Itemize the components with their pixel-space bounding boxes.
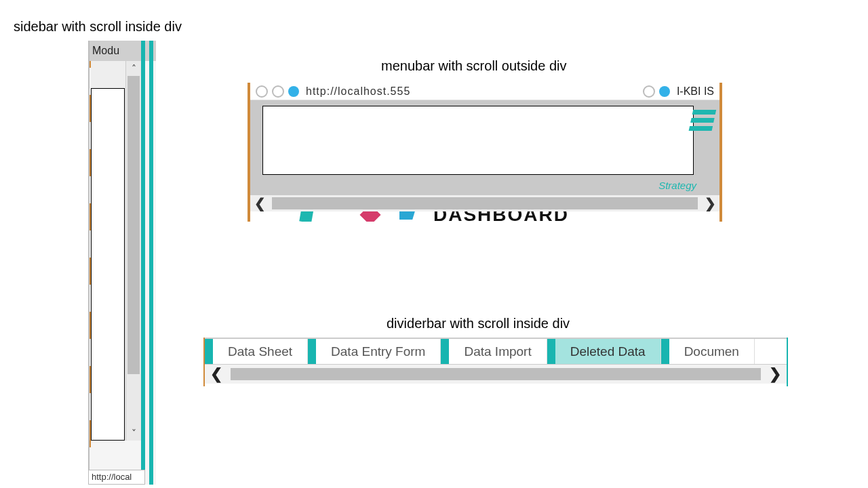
sidebar-header: Modu (90, 41, 156, 61)
sidebar-teal-stripe-2 (149, 41, 153, 485)
caption-sidebar: sidebar with scroll inside div (14, 19, 182, 35)
browser-tab-title[interactable]: I-KBI IS (677, 85, 714, 98)
scroll-left-icon[interactable]: ❮ (205, 365, 228, 383)
tab-separator (205, 339, 213, 364)
scroll-right-icon[interactable]: ❯ (764, 365, 787, 383)
tab-documents[interactable]: Documen (669, 339, 755, 364)
logo-mark-2 (359, 211, 380, 222)
hamburger-icon[interactable] (689, 110, 716, 130)
tab-separator (661, 339, 669, 364)
dividerbar-scrollbar[interactable]: ❮ ❯ (205, 365, 787, 384)
sidebar-example: Modu ˄ ˅ http://local (88, 41, 156, 485)
browser-url[interactable]: http://localhost.555 (306, 85, 639, 98)
scroll-thumb[interactable] (127, 76, 140, 374)
scroll-track[interactable] (231, 368, 761, 380)
reload-icon[interactable] (643, 85, 655, 98)
tab-deleted-data[interactable]: Deleted Data (555, 339, 661, 364)
logo-mark-3 (399, 211, 416, 220)
sidebar-teal-stripe (141, 41, 145, 485)
scroll-up-icon[interactable]: ˄ (126, 61, 141, 76)
sidebar-header-text: Modu (90, 45, 119, 56)
scroll-right-icon[interactable]: ❯ (701, 195, 719, 211)
tab-separator (308, 339, 316, 364)
nav-forward-icon[interactable] (272, 85, 284, 98)
scroll-left-icon[interactable]: ❮ (250, 195, 269, 211)
menubar-scrollbar[interactable]: ❮ ❯ (250, 195, 719, 211)
scroll-down-icon[interactable]: ˅ (126, 426, 141, 441)
logo-mark-1 (299, 211, 314, 222)
globe-icon (288, 86, 299, 97)
tab-separator (441, 339, 449, 364)
dashboard-heading: DASHBOARD (250, 211, 719, 222)
menubar-box (262, 106, 694, 175)
caption-dividerbar: dividerbar with scroll inside div (387, 316, 570, 331)
dashboard-heading-text: DASHBOARD (433, 211, 569, 222)
menubar-example: http://localhost.555 I-KBI IS Strategy ❮… (248, 83, 722, 222)
dividerbar-example: Data Sheet Data Entry Form Data Import D… (203, 338, 788, 386)
status-bar: http://local (88, 470, 145, 485)
tab-globe-icon (659, 86, 670, 97)
caption-menubar: menubar with scroll outside div (381, 58, 566, 74)
dividerbar-tabs: Data Sheet Data Entry Form Data Import D… (205, 338, 787, 365)
menubar-caption: Strategy (658, 180, 696, 191)
sidebar-content (91, 61, 126, 441)
sidebar-box (91, 88, 125, 441)
tab-data-sheet[interactable]: Data Sheet (213, 339, 308, 364)
scroll-track[interactable] (272, 197, 698, 209)
sidebar-scrollbar[interactable]: ˄ ˅ (126, 61, 141, 441)
nav-back-icon[interactable] (256, 85, 268, 98)
browser-toolbar: http://localhost.555 I-KBI IS (250, 83, 719, 100)
tab-data-import[interactable]: Data Import (449, 339, 547, 364)
tab-data-entry-form[interactable]: Data Entry Form (316, 339, 441, 364)
menubar-body: Strategy (250, 100, 719, 195)
tab-separator (547, 339, 555, 364)
